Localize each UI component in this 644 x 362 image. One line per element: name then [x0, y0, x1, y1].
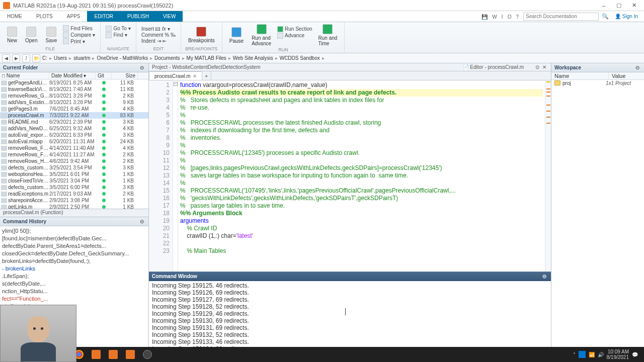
breakpoints-button[interactable]: Breakpoints	[185, 26, 218, 44]
file-row[interactable]: addVars_NewDefe... 6/25/2021 9:32 AM 4 K…	[0, 125, 148, 132]
save-button[interactable]: Save	[42, 26, 60, 44]
add-tab-button[interactable]: +	[202, 71, 211, 80]
breadcrumb-item[interactable]: Web Site Analysis	[233, 55, 273, 61]
notifications-icon[interactable]: 💬	[632, 352, 638, 357]
file-row[interactable]: autoEval_exported... 6/20/2021 6:33 PM 3…	[0, 132, 148, 138]
goto-button[interactable]: Go To ▾	[105, 26, 132, 32]
file-row[interactable]: removeRows_False... 4/14/2021 11:27 AM 2…	[0, 151, 148, 158]
file-row[interactable]: getPages3.m 7/6/2021 8:45 AM 4 KB	[0, 106, 148, 112]
indent-button[interactable]: Indent ⇥ ⇤	[140, 38, 177, 44]
editor-body[interactable]: 1234567891011121314151617181920212223 − …	[149, 80, 551, 272]
history-line[interactable]: nction_HttpStatu...	[2, 288, 146, 295]
breadcrumb-item[interactable]: OneDrive - MathWorks	[97, 55, 148, 61]
panel-menu-icon[interactable]: ⊙	[541, 274, 548, 279]
browse-button[interactable]: 📁	[32, 54, 40, 62]
code-fold-gutter[interactable]: −	[173, 80, 178, 272]
editor-minimap[interactable]	[545, 80, 551, 272]
history-line[interactable]: s(defectByDate,...	[2, 280, 146, 288]
current-folder-header[interactable]: Current Folder ⊙	[0, 63, 148, 72]
save-icon[interactable]: 💾	[480, 14, 489, 20]
file-row[interactable]: README.md 6/29/2021 2:39 PM 3 KB	[0, 119, 148, 125]
panel-menu-icon[interactable]: ⊙	[138, 219, 145, 224]
panel-undock-icon[interactable]: ⊙	[534, 64, 541, 70]
open-button[interactable]: Open	[22, 26, 40, 44]
breadcrumb-item[interactable]: My MATLAB Files	[187, 55, 226, 61]
history-line[interactable]: fect=="Function_...	[2, 295, 146, 303]
breadcrumb-item[interactable]: stuartm	[73, 55, 90, 61]
command-window-output[interactable]: Incoming Step 159125, 46 redirects. Inco…	[149, 281, 551, 354]
wifi-icon[interactable]: 📶	[589, 352, 595, 357]
tab-editor[interactable]: EDITOR	[87, 11, 120, 22]
editor-doc-label[interactable]: 📄 Editor - processCrawl.m	[463, 64, 524, 70]
line-number-gutter[interactable]: 1234567891011121314151617181920212223	[149, 80, 173, 272]
system-tray[interactable]: ˄ 📶 🔊 10:09 AM 8/19/2021 💬	[573, 349, 642, 360]
panel-close-icon[interactable]: ✕	[541, 64, 548, 70]
find-files-button[interactable]: Find Files	[62, 25, 96, 31]
file-row[interactable]: traverseBackViaRe... 8/19/2021 7:40 AM 1…	[0, 86, 148, 93]
history-line[interactable]: - brokenLinks	[2, 265, 146, 273]
history-line[interactable]: .LifeSpan);	[2, 273, 146, 280]
file-row[interactable]: getLinks.m 2/9/2021 2:50 PM 1 KB	[0, 204, 148, 209]
window-close-button[interactable]: ✕	[627, 1, 641, 10]
file-row[interactable]: autoEval.mlapp 6/20/2021 11:31 AM 24 KB	[0, 138, 148, 145]
volume-icon[interactable]: 🔊	[598, 352, 604, 357]
help-icon[interactable]: ?	[515, 14, 521, 20]
file-row[interactable]: weboptionsHeade... 3/5/2021 6:01 PM 1 KB	[0, 171, 148, 177]
history-line[interactable]: [found,loc]=ismember(defectByDate.Gec...	[2, 235, 146, 242]
breadcrumb-item[interactable]: Users	[54, 55, 67, 61]
new-button[interactable]: New	[4, 26, 20, 44]
taskbar-matlab[interactable]	[123, 348, 138, 360]
workspace-columns[interactable]: Name Value	[551, 72, 644, 80]
breadcrumb-item[interactable]: WCDDS Sandbox	[280, 55, 320, 61]
onedrive-icon[interactable]	[579, 351, 586, 358]
workspace-variable[interactable]: proj 1x1 Project	[551, 80, 644, 86]
run-section-button[interactable]: Run Section	[276, 26, 313, 32]
paste-icon[interactable]: O	[506, 14, 513, 20]
file-row[interactable]: getPagesAndLinks... 8/19/2021 8:25 AM 11…	[0, 79, 148, 86]
panel-menu-icon[interactable]: ⊙	[138, 65, 145, 70]
taskbar-matlab[interactable]	[89, 348, 104, 360]
search-icon[interactable]: 🔍	[602, 13, 609, 20]
code-area[interactable]: function varargout=processCrawl(crawlID,…	[178, 80, 545, 272]
forward-button[interactable]: ▶	[12, 54, 20, 62]
window-minimize-button[interactable]: –	[597, 1, 611, 10]
editor-tab[interactable]: processCrawl.m ✕	[149, 71, 202, 80]
sign-in-button[interactable]: 👤 Sign In	[612, 14, 641, 19]
file-row[interactable]: removeRows_Geck... 8/10/2021 3:28 PM 2 K…	[0, 93, 148, 99]
command-history-header[interactable]: Command History ⊙	[0, 217, 148, 226]
tab-view[interactable]: VIEW	[156, 11, 183, 22]
copy-icon[interactable]: I	[500, 14, 505, 20]
find-button[interactable]: Find ▾	[105, 32, 132, 38]
file-row[interactable]: defects_customLin... 3/5/2021 6:00 PM 3 …	[0, 184, 148, 191]
search-documentation-input[interactable]	[523, 13, 599, 21]
file-row[interactable]: removeRows_High... 4/6/2021 9:42 AM 2 KB	[0, 158, 148, 164]
file-row[interactable]: processCrawl.m 7/3/2021 9:22 AM 83 KB	[0, 112, 148, 119]
fold-marker-icon[interactable]: −	[174, 82, 178, 86]
history-line[interactable]: closedGeck=defectByDate.Defect_GeckSumma…	[2, 250, 146, 257]
run-advance-button[interactable]: Run and Advance	[249, 23, 274, 47]
file-row[interactable]: closeFixedToVerify... 3/5/2021 3:04 PM 1…	[0, 177, 148, 184]
history-line[interactable]: defectByDate.Parent_SiteArea1=defects...	[2, 242, 146, 250]
close-tab-icon[interactable]: ✕	[193, 73, 197, 79]
command-window-header[interactable]: Command Window ⊙	[149, 272, 551, 281]
file-row[interactable]: removeRows_False... 4/14/2021 11:40 AM 4…	[0, 145, 148, 151]
file-row[interactable]: defects_customLin... 3/25/2021 3:54 PM 3…	[0, 164, 148, 171]
folder-column-headers[interactable]: □ Name Date Modified ▾ Git Size	[0, 72, 148, 79]
insert-button[interactable]: Insert 🖂 fx ▾	[140, 26, 177, 32]
pause-button[interactable]: Pause	[226, 26, 247, 45]
breadcrumb-item[interactable]: Documents	[154, 55, 180, 61]
window-maximize-button[interactable]: ▢	[612, 1, 626, 10]
compare-button[interactable]: Compare ▾	[62, 32, 96, 38]
up-folder-button[interactable]: ⤴	[22, 54, 30, 62]
tab-home[interactable]: HOME	[0, 11, 29, 22]
file-row[interactable]: addVars_Existingn... 8/10/2021 3:28 PM 9…	[0, 99, 148, 106]
file-row[interactable]: readExceptions.m 2/17/2021 9:03 AM 2 KB	[0, 191, 148, 197]
history-line[interactable]: ylim([0 50]);	[2, 227, 146, 235]
chevron-up-icon[interactable]: ˄	[573, 352, 576, 357]
comment-button[interactable]: Comment % ‰	[140, 32, 177, 38]
advance-button[interactable]: Advance	[276, 33, 313, 39]
project-label[interactable]: Project - WebsiteContentDefectDetectionS…	[152, 64, 260, 70]
breadcrumb[interactable]: C:▸Users▸stuartm▸OneDrive - MathWorks▸Do…	[42, 55, 326, 61]
tab-publish[interactable]: PUBLISH	[120, 11, 156, 22]
cut-icon[interactable]: W	[491, 14, 498, 20]
